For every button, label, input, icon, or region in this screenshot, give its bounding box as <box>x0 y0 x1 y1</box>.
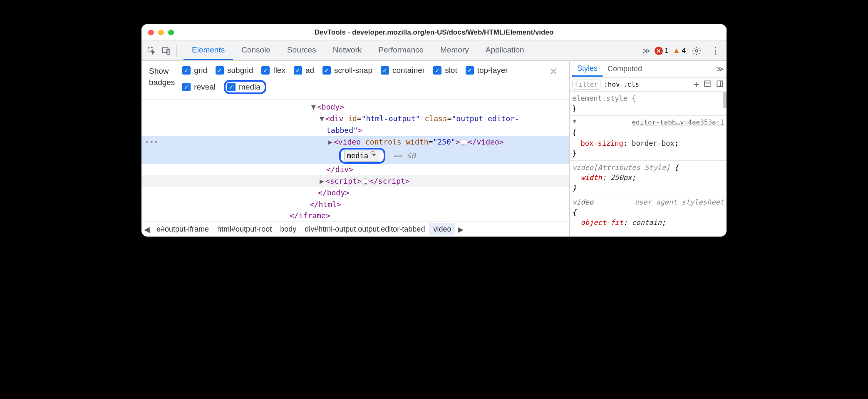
error-icon: ✕ <box>655 47 663 55</box>
console-reference: == $0 <box>393 151 416 160</box>
hover-toggle[interactable]: :hov <box>604 80 620 88</box>
main-toolbar: Elements Console Sources Network Perform… <box>141 41 727 61</box>
dom-node-video-selected[interactable]: ••• ▶<video controls width="250">…</vide… <box>141 136 569 148</box>
badge-reveal[interactable]: ✓reveal <box>182 82 216 92</box>
tab-performance[interactable]: Performance <box>370 41 432 60</box>
dom-tree[interactable]: ▼<body> ▼<div id="html-output" class="ou… <box>141 100 569 222</box>
styles-panel: Styles Computed ≫ Filter :hov .cls + ele… <box>569 61 727 237</box>
badge-media[interactable]: ✓media <box>227 82 260 92</box>
scrollbar[interactable] <box>723 92 727 108</box>
badge-grid[interactable]: ✓grid <box>182 66 207 75</box>
breadcrumb: ◀ e#output-iframe html#output-root body … <box>141 222 569 237</box>
tab-elements[interactable]: Elements <box>184 41 233 60</box>
badge-top-layer[interactable]: ✓top-layer <box>466 66 508 75</box>
more-tabs-icon[interactable]: ≫ <box>716 65 724 74</box>
crumb-item[interactable]: html#output-root <box>213 223 276 235</box>
styles-rules[interactable]: element.style { } * editor-tabb…v=4ae353… <box>570 92 727 229</box>
filter-input[interactable]: Filter <box>572 80 600 90</box>
ellipsis-icon[interactable]: … <box>460 139 467 146</box>
badge-subgrid[interactable]: ✓subgrid <box>216 66 253 75</box>
svg-rect-6 <box>717 81 722 86</box>
crumb-item[interactable]: body <box>276 223 300 235</box>
crumb-scroll-left-icon[interactable]: ◀ <box>141 225 152 234</box>
tab-memory[interactable]: Memory <box>432 41 477 60</box>
tab-network[interactable]: Network <box>325 41 370 60</box>
badges-heading: Show badges <box>149 66 175 88</box>
badge-scroll-snap[interactable]: ✓scroll-snap <box>322 66 372 75</box>
error-count: 1 <box>665 47 668 55</box>
error-count-badge[interactable]: ✕ 1 <box>655 47 668 55</box>
tab-styles[interactable]: Styles <box>572 62 603 77</box>
tab-console[interactable]: Console <box>233 41 279 60</box>
tab-computed[interactable]: Computed <box>603 62 647 76</box>
warning-count: 4 <box>682 47 686 55</box>
new-style-rule-icon[interactable]: + <box>694 79 699 90</box>
crumb-scroll-right-icon[interactable]: ▶ <box>455 225 466 234</box>
dom-node-script[interactable]: ▶<script>…</script> <box>141 175 569 187</box>
badge-media-highlighted: ✓media <box>224 80 266 94</box>
badges-bar: Show badges ✓grid ✓subgrid ✓flex ✓ad ✓sc… <box>141 61 569 100</box>
settings-icon[interactable] <box>690 44 703 57</box>
cls-toggle[interactable]: .cls <box>623 80 640 88</box>
titlebar: DevTools - developer.mozilla.org/en-US/d… <box>141 24 727 41</box>
svg-rect-5 <box>704 81 710 86</box>
devtools-window: DevTools - developer.mozilla.org/en-US/d… <box>141 24 727 237</box>
elements-panel: Show badges ✓grid ✓subgrid ✓flex ✓ad ✓sc… <box>141 61 569 237</box>
inspect-element-icon[interactable] <box>145 44 158 57</box>
more-menu-icon[interactable]: ⋮ <box>707 45 723 56</box>
gutter-dots-icon[interactable]: ••• <box>145 136 159 148</box>
window-title: DevTools - developer.mozilla.org/en-US/d… <box>141 28 727 37</box>
more-tabs-icon[interactable]: ≫ <box>642 46 650 55</box>
badge-ad[interactable]: ✓ad <box>294 66 314 75</box>
close-badges-icon[interactable]: ✕ <box>545 66 562 77</box>
warning-icon: ▲ <box>673 46 680 55</box>
crumb-item[interactable]: div#html-output.output.editor-tabbed <box>300 223 429 235</box>
inspect-arrow-icon <box>370 150 377 161</box>
styles-toolbar: Filter :hov .cls + <box>570 77 727 92</box>
expand-toggle-icon[interactable]: ▶ <box>328 136 334 148</box>
computed-styles-icon[interactable] <box>703 80 712 90</box>
crumb-item[interactable]: e#output-iframe <box>152 223 213 235</box>
badge-flex[interactable]: ✓flex <box>261 66 285 75</box>
badge-slot[interactable]: ✓slot <box>433 66 457 75</box>
styles-tabs: Styles Computed ≫ <box>570 61 727 77</box>
media-badge-chip-highlighted: media <box>339 148 385 164</box>
crumb-item-active[interactable]: video <box>429 223 455 235</box>
svg-point-3 <box>695 50 698 52</box>
expand-toggle-icon[interactable]: ▶ <box>320 175 325 187</box>
toggle-sidebar-icon[interactable] <box>716 80 724 90</box>
ellipsis-icon[interactable]: … <box>362 178 369 185</box>
tab-application[interactable]: Application <box>477 41 533 60</box>
expand-toggle-icon[interactable]: ▼ <box>320 113 325 125</box>
media-badge-chip[interactable]: media <box>344 150 380 162</box>
expand-toggle-icon[interactable]: ▼ <box>311 101 317 113</box>
badge-container[interactable]: ✓container <box>381 66 425 75</box>
panel-tabs: Elements Console Sources Network Perform… <box>184 41 641 60</box>
device-mode-icon[interactable] <box>160 44 173 57</box>
tab-sources[interactable]: Sources <box>279 41 325 60</box>
warning-count-badge[interactable]: ▲ 4 <box>673 46 686 55</box>
source-link[interactable]: editor-tabb…v=4ae353a:1 <box>632 117 724 127</box>
